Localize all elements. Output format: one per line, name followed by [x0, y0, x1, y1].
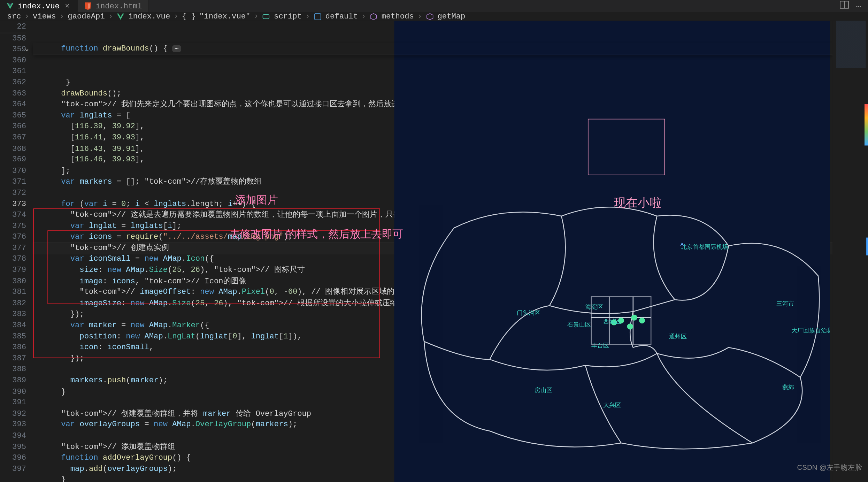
- symbol-icon: [262, 12, 270, 21]
- map-label: 大兴区: [603, 401, 621, 408]
- map-label: 三河市: [776, 300, 794, 307]
- editor-main: 22 3583593603613623633643653663673683693…: [0, 21, 868, 482]
- overview-ruler: [865, 104, 868, 145]
- map-label: 北京首都国际机场: [681, 243, 728, 250]
- method-icon: [425, 12, 434, 21]
- map-label: 海淀区: [585, 303, 603, 310]
- annotation-box: [588, 119, 665, 175]
- line-gutter: 22 3583593603613623633643653663673683693…: [0, 21, 33, 482]
- map-label: 石景山区: [567, 321, 591, 328]
- minimap[interactable]: [832, 21, 868, 482]
- map-label: 西城区: [603, 318, 621, 325]
- braces-icon: { }: [182, 12, 196, 21]
- chevron-down-icon[interactable]: ⌄: [25, 44, 29, 55]
- svg-point-10: [639, 317, 645, 323]
- breadcrumb[interactable]: src› views› gaodeApi› index.vue› { } "in…: [0, 12, 868, 21]
- html-file-icon: [84, 2, 92, 10]
- close-icon[interactable]: ×: [63, 1, 71, 10]
- svg-point-9: [627, 323, 633, 329]
- vue-file-icon: [116, 12, 125, 21]
- map-label: 门头沟区: [517, 309, 540, 316]
- svg-rect-2: [263, 14, 269, 18]
- annotation-text: 现在小啦: [614, 195, 661, 211]
- map-label: 房山区: [535, 387, 552, 393]
- tab-index-vue[interactable]: index.vue ×: [0, 0, 78, 12]
- tab-label: index.html: [96, 1, 142, 10]
- watermark: CSDN @左手吻左脸: [797, 462, 862, 473]
- map-label: 大厂回族自治县: [791, 327, 830, 334]
- more-actions-icon[interactable]: ⋯: [856, 1, 861, 11]
- vue-file-icon: [6, 2, 14, 10]
- map-label: 燕郊: [782, 384, 794, 391]
- tab-index-html[interactable]: index.html: [78, 0, 149, 12]
- split-editor-icon[interactable]: [839, 0, 849, 12]
- overview-ruler-marker: [866, 238, 868, 255]
- tab-bar: index.vue × index.html ⋯: [0, 0, 868, 12]
- method-icon: [370, 12, 378, 21]
- map-preview[interactable]: 北京首都国际机场 三河市 大厂回族自治县 石景山区 西城区 丰台区 房山区 大兴…: [394, 21, 830, 482]
- tab-label: index.vue: [18, 1, 60, 10]
- symbol-icon: [314, 12, 322, 21]
- map-label: 通州区: [669, 333, 687, 340]
- svg-rect-3: [315, 13, 321, 20]
- svg-point-8: [631, 315, 637, 321]
- tab-tools: ⋯: [839, 0, 868, 12]
- map-label: 丰台区: [591, 342, 609, 349]
